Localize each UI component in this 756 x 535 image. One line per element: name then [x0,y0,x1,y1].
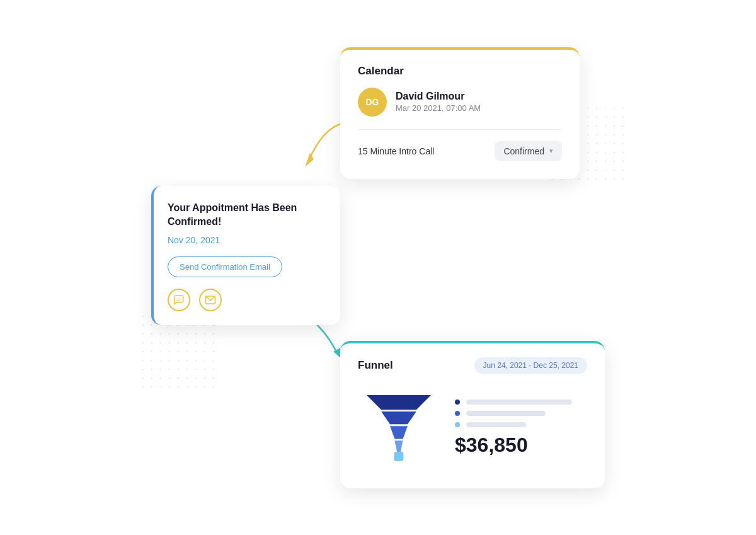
funnel-header: Funnel Jun 24, 2021 - Dec 25, 2021 [358,357,587,374]
svg-marker-6 [381,411,416,423]
legend-item-2 [455,411,587,416]
svg-rect-9 [394,452,404,461]
svg-marker-8 [395,440,403,452]
legend-bar-2 [466,411,546,416]
svg-marker-7 [390,426,408,439]
svg-marker-5 [367,394,431,409]
chat-icon[interactable] [168,289,190,311]
legend-item-3 [455,422,587,427]
appointment-title: Your Appoitment Has Been Confirmed! [168,201,326,229]
appointment-card: Your Appoitment Has Been Confirmed! Nov … [151,186,340,326]
email-icon[interactable] [199,289,222,311]
calendar-bottom: 15 Minute Intro Call Confirmed ▾ [358,141,562,161]
event-label: 15 Minute Intro Call [358,146,434,156]
legend-dot-3 [455,422,460,427]
funnel-card: Funnel Jun 24, 2021 - Dec 25, 2021 [340,341,605,488]
legend-dot-2 [455,411,460,416]
legend-item-1 [455,400,587,405]
funnel-content: $36,850 [358,386,587,471]
status-badge[interactable]: Confirmed ▾ [495,141,562,161]
funnel-right: $36,850 [455,400,587,457]
legend-dot-1 [455,400,460,405]
funnel-amount: $36,850 [455,434,587,457]
person-name: David Gilmour [396,91,481,102]
calendar-title: Calendar [358,65,562,78]
calendar-person: DG David Gilmour Mar 20 2021, 07:00 AM [358,88,562,117]
legend-bar-3 [466,422,526,427]
icon-row [168,289,326,311]
calendar-divider [358,129,562,130]
person-date: Mar 20 2021, 07:00 AM [396,103,481,113]
date-range-badge: Jun 24, 2021 - Dec 25, 2021 [474,357,587,374]
calendar-card: Calendar DG David Gilmour Mar 20 2021, 0… [340,47,580,179]
chevron-down-icon: ▾ [549,147,553,155]
funnel-title: Funnel [358,359,393,372]
funnel-visual [358,386,440,471]
send-confirmation-button[interactable]: Send Confirmation Email [168,256,282,277]
appointment-date: Nov 20, 2021 [168,235,326,245]
status-label: Confirmed [503,146,544,156]
legend-bar-1 [466,400,572,405]
svg-marker-0 [305,153,314,167]
avatar: DG [358,88,387,117]
